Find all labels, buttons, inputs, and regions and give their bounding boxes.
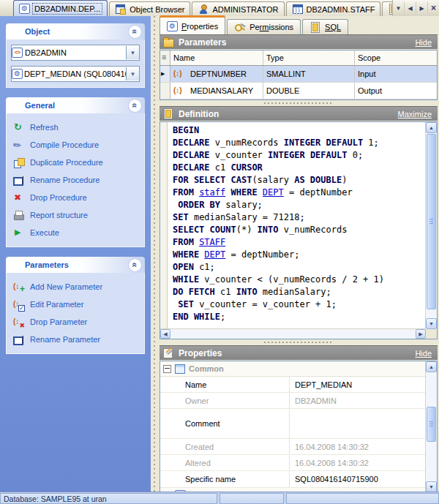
tab-db2admin-dept[interactable]: DB2ADMIN.DEP... [13, 0, 108, 16]
vertical-splitter[interactable] [151, 16, 158, 493]
column-header-name[interactable]: Name [170, 50, 263, 65]
schema-select[interactable]: DB2ADMIN▼ [11, 45, 140, 61]
property-value[interactable] [290, 409, 426, 438]
definition-section: Definition Maximize BEGINDECLARE v_numRe… [160, 106, 438, 339]
code-gutter [160, 122, 168, 329]
scroll-down-button[interactable]: ▼ [426, 481, 437, 492]
parameter-row[interactable]: MEDIANSALARYDOUBLEOutput [160, 83, 437, 99]
panel-body-general: RefreshCompile ProcedureDuplicate Proced… [6, 113, 145, 247]
sql-document-icon [309, 22, 321, 33]
collapse-minus-icon[interactable] [163, 365, 171, 373]
sql-code-editor[interactable]: BEGINDECLARE v_numRecords INTEGER DEFAUL… [160, 121, 438, 339]
maximize-definition-link[interactable]: Maximize [398, 110, 432, 119]
collapse-chevron-icon[interactable] [128, 258, 142, 272]
parameters-section-header: Parameters Hide [160, 34, 438, 49]
properties-vertical-scrollbar[interactable]: ▲ ▼ [425, 361, 437, 492]
procedure-select[interactable]: DEPT_MEDIAN (SQL0804161▼ [11, 66, 140, 82]
sidebar-item-rename-procedure[interactable]: Rename Procedure [11, 171, 140, 189]
horizontal-splitter-1[interactable] [158, 100, 439, 106]
sidebar-item-report-structure[interactable]: Report structure [11, 206, 140, 224]
sidebar-item-edit-parameter[interactable]: Edit Parameter [11, 296, 140, 313]
sidebar-item-label: Compile Procedure [30, 140, 99, 149]
sidebar-item-drop-procedure[interactable]: Drop Procedure [11, 189, 140, 206]
collapse-chevron-icon[interactable] [128, 99, 142, 113]
table-link[interactable]: STAFF [199, 237, 225, 247]
tab-permissions[interactable]: Permissions [227, 19, 301, 34]
sidebar-item-duplicate-procedure[interactable]: Duplicate Procedure [11, 154, 140, 171]
collapse-chevron-icon[interactable] [128, 25, 142, 39]
panel-header-parameters[interactable]: Parameters [6, 257, 145, 273]
scroll-down-button[interactable]: ▼ [426, 318, 437, 329]
table-link[interactable]: DEPT [263, 187, 284, 198]
scroll-right-button[interactable]: ▶ [416, 329, 426, 339]
parameters-grid: NameTypeScopeDEPTNUMBERSMALLINTInputMEDI… [160, 50, 438, 100]
add-parameter-icon [13, 282, 25, 293]
chevron-down-icon[interactable]: ▼ [126, 67, 139, 80]
property-group-common[interactable]: Common [160, 361, 426, 377]
scroll-up-button[interactable]: ▲ [426, 122, 437, 133]
code-line: FOR SELECT CAST(salary AS DOUBLE) [173, 174, 424, 187]
code-line: SELECT COUNT(*) INTO v_numRecords [173, 224, 424, 236]
sidebar-item-drop-parameter[interactable]: Drop Parameter [11, 313, 140, 331]
task-pane-sidebar: ObjectDB2ADMIN▼DEPT_MEDIAN (SQL0804161▼G… [0, 16, 151, 493]
scroll-up-button[interactable]: ▲ [426, 361, 437, 372]
status-panel-2 [220, 493, 284, 504]
sort-icon [161, 53, 170, 64]
sidebar-item-compile-procedure[interactable]: Compile Procedure [11, 136, 140, 154]
sidebar-item-rename-parameter[interactable]: Rename Parameter [11, 331, 140, 348]
property-value[interactable]: 16.04.2008 14:30:32 [290, 455, 426, 470]
sidebar-item-add-new-parameter[interactable]: Add New Parameter [11, 278, 140, 296]
tab-label: Permissions [249, 23, 293, 31]
drop-icon [13, 192, 25, 203]
panel-header-general[interactable]: General [6, 97, 145, 113]
sidebar-item-refresh[interactable]: Refresh [11, 119, 140, 136]
tab-object-browser[interactable]: Object Browser [109, 1, 190, 16]
panel-body-object: DB2ADMIN▼DEPT_MEDIAN (SQL0804161▼ [6, 40, 145, 88]
gear-icon [19, 4, 30, 14]
tab-db2admin-staff[interactable]: DB2ADMIN.STAFF [286, 1, 381, 16]
object-browser-icon [115, 4, 127, 15]
parameter-name-cell: DEPTNUMBER [170, 66, 263, 82]
vertical-scroll-thumb[interactable] [427, 134, 436, 309]
property-value[interactable]: DEPT_MEDIAN [290, 377, 426, 392]
tab-properties[interactable]: Properties [160, 15, 225, 34]
tab-administrator[interactable]: ADMINISTRATOR [192, 1, 284, 16]
panel-header-object[interactable]: Object [6, 23, 145, 40]
sidebar-item-label: Report structure [30, 211, 88, 219]
property-value[interactable]: DB2ADMIN [290, 393, 426, 408]
chevron-down-icon[interactable]: ▼ [126, 46, 139, 59]
sidebar-item-execute[interactable]: Execute [11, 224, 140, 241]
gear-icon [12, 69, 23, 79]
scroll-left-button[interactable]: ◀ [160, 329, 170, 339]
tab-sql-editor[interactable]: SQL Ed [382, 1, 392, 16]
tab-bar-buttons: ▼◀▶× [392, 0, 439, 16]
compile-icon [13, 140, 25, 151]
vertical-scroll-thumb[interactable] [427, 407, 436, 442]
table-link[interactable]: staff [199, 187, 225, 198]
tab-list-dropdown-button[interactable]: ▼ [393, 1, 404, 15]
close-tab-button[interactable]: × [427, 1, 439, 15]
horizontal-splitter-2[interactable] [158, 339, 439, 345]
hide-parameters-link[interactable]: Hide [415, 38, 432, 47]
definition-horizontal-scrollbar[interactable]: ◀ ▶ [160, 328, 426, 339]
properties-grid: CommonNameDEPT_MEDIANOwnerDB2ADMINCommen… [160, 361, 438, 493]
sidebar-item-label: Rename Parameter [30, 335, 100, 344]
property-value[interactable]: SQL080416140715900 [290, 471, 426, 487]
definition-vertical-scrollbar[interactable]: ▲ ▼ [425, 122, 437, 329]
panel-title: Parameters [25, 260, 128, 269]
panel-title: Object [25, 27, 128, 36]
administrator-icon [198, 4, 209, 15]
scroll-tabs-left-button[interactable]: ◀ [404, 1, 416, 15]
table-link[interactable]: DEPT [204, 249, 225, 260]
column-header-scope[interactable]: Scope [355, 50, 437, 65]
parameter-row[interactable]: DEPTNUMBERSMALLINTInput [160, 66, 437, 83]
properties-header-icon [162, 347, 174, 358]
hide-properties-link[interactable]: Hide [415, 349, 432, 358]
parameter-type-cell: SMALLINT [263, 66, 355, 82]
parameter-name: DEPTNUMBER [190, 69, 247, 78]
scroll-tabs-right-button[interactable]: ▶ [416, 1, 427, 15]
tab-sql[interactable]: SQL [302, 19, 348, 34]
sql-code-text[interactable]: BEGINDECLARE v_numRecords INTEGER DEFAUL… [168, 122, 426, 329]
property-value[interactable]: 16.04.2008 14:30:32 [290, 439, 426, 454]
column-header-type[interactable]: Type [263, 50, 355, 65]
